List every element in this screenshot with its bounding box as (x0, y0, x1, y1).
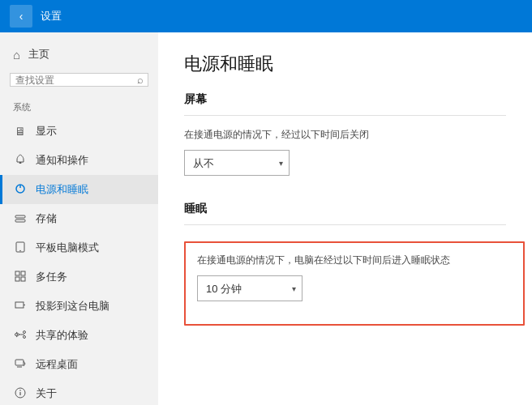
back-button[interactable]: ‹ (10, 5, 32, 28)
sidebar-item-about[interactable]: 关于 (0, 379, 158, 405)
sidebar: ⌂ 主页 ⌕ 系统 🖥 显示 通知和操作 (0, 32, 158, 405)
tablet-icon (13, 241, 28, 255)
storage-icon (13, 212, 28, 225)
svg-point-6 (19, 249, 21, 251)
sidebar-item-share[interactable]: 共享的体验 (0, 321, 158, 350)
sidebar-item-label: 多任务 (36, 270, 67, 284)
sleep-section-box: 在接通电源的情况下，电脑在经过以下时间后进入睡眠状态 从不 1 分钟 2 分钟 … (184, 241, 525, 326)
sleep-section-title: 睡眠 (184, 202, 506, 216)
main-layout: ⌂ 主页 ⌕ 系统 🖥 显示 通知和操作 (0, 32, 532, 405)
page-title: 电源和睡眠 (184, 52, 506, 76)
sidebar-item-home[interactable]: ⌂ 主页 (0, 39, 158, 70)
screen-dropdown[interactable]: 从不 1 分钟 2 分钟 3 分钟 5 分钟 10 分钟 15 分钟 30 分钟… (184, 150, 290, 176)
content-area: 电源和睡眠 屏幕 在接通电源的情况下，经过以下时间后关闭 从不 1 分钟 2 分… (158, 32, 532, 405)
sidebar-item-multitask[interactable]: 多任务 (0, 262, 158, 292)
svg-rect-11 (15, 302, 24, 308)
about-icon (13, 387, 28, 401)
sidebar-item-label: 平板电脑模式 (36, 241, 99, 255)
multitask-icon (13, 271, 28, 284)
sidebar-section-label: 系统 (0, 96, 158, 117)
back-icon: ‹ (19, 10, 24, 23)
search-icon: ⌕ (137, 74, 144, 86)
sidebar-item-label: 关于 (36, 386, 57, 401)
sidebar-item-label: 显示 (36, 124, 57, 139)
notifications-icon (13, 154, 28, 168)
screen-divider (184, 115, 506, 116)
svg-rect-10 (21, 277, 25, 281)
sidebar-item-label: 投影到这台电脑 (36, 299, 109, 313)
topbar-title: 设置 (41, 9, 62, 23)
sleep-dropdown[interactable]: 从不 1 分钟 2 分钟 3 分钟 5 分钟 10 分钟 15 分钟 30 分钟… (197, 275, 302, 301)
top-bar: ‹ 设置 (0, 0, 532, 32)
svg-rect-3 (15, 215, 25, 218)
svg-point-17 (24, 335, 26, 338)
share-icon (13, 329, 28, 343)
search-input[interactable] (15, 75, 137, 86)
display-icon: 🖥 (13, 125, 28, 138)
svg-point-16 (24, 330, 26, 333)
svg-rect-0 (19, 162, 22, 164)
sleep-divider (184, 224, 506, 225)
sleep-section-desc: 在接通电源的情况下，电脑在经过以下时间后进入睡眠状态 (197, 253, 512, 267)
power-icon (13, 183, 28, 197)
sidebar-item-power[interactable]: 电源和睡眠 (0, 175, 158, 204)
sidebar-item-label: 远程桌面 (36, 357, 78, 372)
sidebar-item-storage[interactable]: 存储 (0, 204, 158, 233)
sidebar-item-notifications[interactable]: 通知和操作 (0, 146, 158, 175)
sidebar-item-tablet[interactable]: 平板电脑模式 (0, 233, 158, 262)
svg-rect-4 (15, 220, 25, 222)
sidebar-item-label: 通知和操作 (36, 153, 88, 168)
svg-rect-19 (15, 360, 24, 365)
remote-icon (13, 358, 28, 372)
home-icon: ⌂ (13, 48, 20, 62)
sidebar-home-label: 主页 (28, 47, 49, 62)
screen-section-title: 屏幕 (184, 92, 506, 107)
svg-point-23 (19, 390, 21, 391)
sidebar-item-project[interactable]: 投影到这台电脑 (0, 292, 158, 321)
svg-rect-7 (15, 271, 19, 275)
screen-dropdown-wrapper: 从不 1 分钟 2 分钟 3 分钟 5 分钟 10 分钟 15 分钟 30 分钟… (184, 150, 290, 176)
sidebar-item-label: 共享的体验 (36, 328, 88, 343)
svg-rect-9 (15, 277, 19, 281)
svg-rect-8 (21, 271, 25, 275)
sidebar-item-label: 电源和睡眠 (36, 182, 88, 197)
project-icon (13, 300, 28, 313)
sidebar-item-remote[interactable]: 远程桌面 (0, 350, 158, 379)
svg-point-18 (15, 333, 18, 335)
sidebar-item-label: 存储 (36, 211, 57, 226)
search-box[interactable]: ⌕ (10, 73, 148, 87)
sidebar-item-display[interactable]: 🖥 显示 (0, 117, 158, 146)
screen-section-desc: 在接通电源的情况下，经过以下时间后关闭 (184, 127, 506, 142)
sleep-dropdown-wrapper: 从不 1 分钟 2 分钟 3 分钟 5 分钟 10 分钟 15 分钟 30 分钟… (197, 275, 302, 301)
